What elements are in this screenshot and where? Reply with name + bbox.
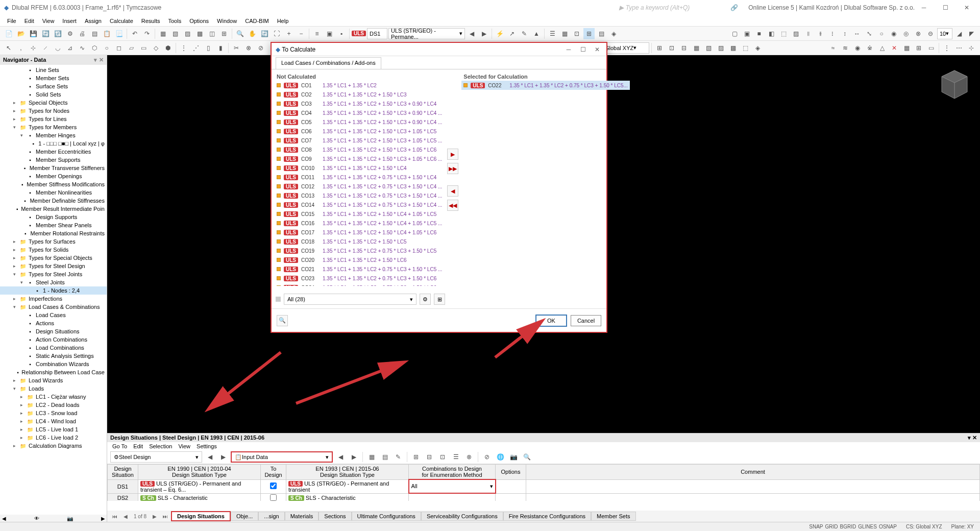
b16-icon[interactable]: ⋰ (190, 42, 202, 54)
r7-icon[interactable]: ⫴ (802, 28, 814, 39)
combo-row[interactable]: ULSCO111.35 * LC1 + 1.35 * LC2 + 0.75 * … (275, 173, 444, 182)
combo-row[interactable]: ULSCO211.35 * LC1 + 1.35 * LC2 + 0.75 * … (275, 264, 444, 274)
combo-row[interactable]: ULSCO161.35 * LC1 + 1.35 * LC2 + 1.50 * … (275, 219, 444, 228)
c9-icon[interactable]: ◈ (752, 42, 763, 54)
c2-icon[interactable]: ⊡ (666, 42, 677, 54)
layout1-icon[interactable]: ▦ (157, 28, 168, 39)
tree-item[interactable]: ▪Solid Sets (0, 90, 107, 99)
bt7-icon[interactable]: ☰ (450, 451, 461, 463)
to-design-checkbox[interactable] (270, 494, 277, 501)
ds-desc-selector[interactable]: ULS (STR/GEO) - Permane... ▾ (388, 28, 465, 39)
filter-select[interactable]: All (28)▾ (284, 294, 416, 305)
bp-pin-icon[interactable]: ▾ (968, 435, 971, 441)
tree-item[interactable]: ▸📁LC5 - Live load 1 (0, 425, 107, 433)
r8-icon[interactable]: ⫵ (815, 28, 826, 39)
sync-icon[interactable]: 🔃 (52, 28, 63, 39)
settings-icon[interactable]: ⚙ (64, 28, 76, 39)
tree-item[interactable]: ▪Member Shear Panels (0, 221, 107, 229)
r14-icon[interactable]: ◉ (888, 28, 899, 39)
c8-icon[interactable]: ⬚ (740, 42, 751, 54)
b15-icon[interactable]: ⋮ (178, 42, 189, 54)
move-right-button[interactable]: ▶ (447, 149, 458, 160)
b1-icon[interactable]: ↖ (3, 42, 14, 54)
tree-item[interactable]: ▪Combination Wizards (0, 360, 107, 368)
b12-icon[interactable]: ▭ (138, 42, 149, 54)
combo-row[interactable]: ULSCO61.35 * LC1 + 1.35 * LC2 + 1.50 * L… (275, 127, 444, 136)
b5-icon[interactable]: ◡ (52, 42, 63, 54)
bp-goto[interactable]: Go To (112, 443, 127, 449)
tree-item[interactable]: ▸📁LC6 - Live load 2 (0, 433, 107, 442)
refresh-icon[interactable]: 🔄 (40, 28, 51, 39)
t2-icon[interactable]: ↗ (506, 28, 518, 39)
tree-item[interactable]: ▸📁Special Objects (0, 99, 107, 107)
t7-icon[interactable]: ⊡ (571, 28, 582, 39)
tree-item[interactable]: ▪Action Combinations (0, 335, 107, 344)
tree-item[interactable]: ▾📁Types for Members (0, 123, 107, 131)
tree-item[interactable]: ▪1 - □□□ □■□ | Local xyz | φ (0, 139, 107, 148)
b4-icon[interactable]: ⟋ (40, 42, 51, 54)
num-selector[interactable]: 10▾ (937, 28, 952, 39)
nav-pin-icon[interactable]: ▾ (94, 57, 97, 63)
cancel-button[interactable]: Cancel (571, 315, 601, 326)
b18-icon[interactable]: ▮ (215, 42, 226, 54)
combo-row[interactable]: ULSCO101.35 * LC1 + 1.35 * LC2 + 1.50 * … (275, 163, 444, 173)
r3-icon[interactable]: ■ (753, 28, 765, 39)
b19-icon[interactable]: ✂ (231, 42, 242, 54)
tree-item[interactable]: ▸📁Types for Nodes (0, 107, 107, 115)
view1-icon[interactable]: ◫ (206, 28, 217, 39)
b3-icon[interactable]: ⊹ (28, 42, 39, 54)
c3-icon[interactable]: ⊟ (678, 42, 690, 54)
c6-icon[interactable]: ▨ (715, 42, 726, 54)
tree-item[interactable]: ▪Load Combinations (0, 344, 107, 352)
bp-close-icon[interactable]: ✕ (972, 435, 977, 441)
status-grid[interactable]: GRID (825, 524, 838, 529)
menu-assign[interactable]: Assign (81, 17, 106, 25)
dlg-min-icon[interactable]: ─ (564, 44, 574, 55)
tree-item[interactable]: ▪Member Nonlinearities (0, 188, 107, 197)
combo-row[interactable]: ULSCO241.35 * LC1 + 1.35 * LC2 + 0.75 * … (275, 283, 444, 286)
tree-item[interactable]: ▪Actions (0, 319, 107, 327)
bp-first[interactable]: ⏮ (109, 513, 120, 520)
doc-icon[interactable]: 📃 (113, 28, 125, 39)
tree-item[interactable]: ▪Member Definable Stiffnesses (0, 197, 107, 205)
bp-design-select[interactable]: ⚙ Steel Design▾ (110, 451, 202, 463)
b21-icon[interactable]: ⊘ (255, 42, 266, 54)
bp-view[interactable]: View (178, 443, 190, 449)
combo-row[interactable]: ULSCO181.35 * LC1 + 1.35 * LC2 + 1.50 * … (275, 237, 444, 246)
t4-icon[interactable]: ▲ (531, 28, 542, 39)
tab-objects[interactable]: Obje... (231, 512, 258, 521)
tree-item[interactable]: ▾▪Steel Joints (0, 278, 107, 286)
combo-row[interactable]: ULSCO201.35 * LC1 + 1.35 * LC2 + 1.50 * … (275, 255, 444, 264)
d2-icon[interactable]: ≋ (840, 42, 851, 54)
close-button[interactable]: ✕ (958, 1, 976, 15)
tree-item[interactable]: ▸📁Types for Steel Design (0, 262, 107, 270)
tab-fire[interactable]: Fire Resistance Configurations (503, 512, 591, 521)
tree-item[interactable]: ▸📁Types for Solids (0, 246, 107, 254)
b13-icon[interactable]: ◇ (150, 42, 161, 54)
ok-button[interactable]: OK (536, 315, 567, 326)
bp-selection[interactable]: Selection (149, 443, 172, 449)
tab-design[interactable]: ...sign (258, 512, 284, 521)
d12-icon[interactable]: ⊹ (966, 42, 977, 54)
tree-item[interactable]: ▪Member Eccentricities (0, 148, 107, 156)
menu-options[interactable]: Options (185, 17, 213, 25)
t8-icon[interactable]: ⊞ (583, 28, 595, 39)
menu-results[interactable]: Results (137, 17, 164, 25)
bp-prev2[interactable]: ◀ (335, 451, 346, 463)
tab-design-situations[interactable]: Design Situations (171, 511, 231, 521)
to-design-checkbox[interactable] (270, 482, 277, 489)
bp-last[interactable]: ⏭ (160, 513, 171, 520)
d5-icon[interactable]: △ (876, 42, 888, 54)
print-icon[interactable]: 🖨 (77, 28, 88, 39)
tree-item[interactable]: ▪Member Result Intermediate Poin (0, 205, 107, 213)
redo-icon[interactable]: ↷ (141, 28, 153, 39)
move-left-button[interactable]: ◀ (447, 185, 458, 197)
layout3-icon[interactable]: ▨ (182, 28, 193, 39)
b6-icon[interactable]: ⊿ (64, 42, 76, 54)
next-icon[interactable]: ▶ (478, 28, 489, 39)
status-glines[interactable]: GLINES (858, 524, 877, 529)
menu-edit[interactable]: Edit (20, 17, 38, 25)
search-placeholder[interactable]: Type a keyword (Alt+Q) (626, 4, 690, 11)
open-icon[interactable]: 📂 (15, 28, 27, 39)
bt4-icon[interactable]: ⊞ (410, 451, 422, 463)
